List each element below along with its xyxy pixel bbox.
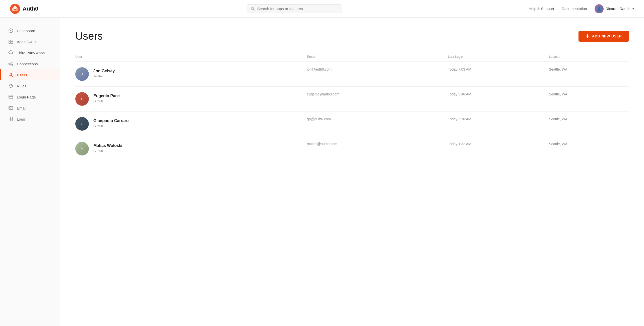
svg-rect-20 (11, 117, 13, 121)
col-last-login: Last Login (448, 52, 549, 62)
main-content: Users ADD NEW USER User Email Last Login… (60, 18, 644, 326)
sidebar-item-users[interactable]: Users (0, 69, 60, 80)
sidebar-label-login-page: Login Page (17, 95, 36, 99)
avatar: E (75, 92, 89, 106)
user-cell: J Jon Gelsey Twitter (75, 67, 307, 81)
avatar: G (75, 117, 89, 131)
avatar: M (75, 142, 89, 155)
add-user-label: ADD NEW USER (592, 34, 622, 38)
header-right: Help & Support Documentation 👤 Ricardo R… (529, 4, 634, 13)
sidebar-item-logs[interactable]: Logs (0, 114, 60, 125)
user-cell: M Matias Woloski Github (75, 142, 307, 155)
sidebar-label-logs: Logs (17, 117, 25, 121)
connections-icon (8, 61, 13, 66)
search-bar (60, 4, 529, 13)
table-row[interactable]: M Matias Woloski Github matias@auth0.com… (75, 136, 629, 161)
user-name: Ricardo Rauch (606, 7, 630, 11)
svg-rect-6 (9, 40, 11, 41)
col-location: Location (549, 52, 629, 62)
sidebar-label-users: Users (17, 73, 27, 77)
sidebar-item-login-page[interactable]: Login Page (0, 91, 60, 102)
sidebar-item-apps-apis[interactable]: Apps / APIs (0, 36, 60, 47)
apps-icon (8, 39, 13, 44)
user-info: Jon Gelsey Twitter (93, 67, 115, 78)
sidebar-label-connections: Connections (17, 62, 38, 66)
sidebar-item-email[interactable]: Email (0, 102, 60, 114)
dashboard-icon (8, 28, 13, 33)
sidebar-label-apps-apis: Apps / APIs (17, 40, 36, 44)
users-table: User Email Last Login Location J Jon Gel… (75, 52, 629, 161)
sidebar-item-dashboard[interactable]: Dashboard (0, 25, 60, 36)
sidebar-item-third-party-apps[interactable]: Third Party Apps (0, 47, 60, 58)
table-row[interactable]: E Eugenio Pace Github eugenio@auth0.com … (75, 87, 629, 112)
svg-line-13 (10, 63, 12, 64)
user-email: jon@auth0.com (307, 62, 448, 87)
rules-icon (8, 83, 13, 88)
user-info: Matias Woloski Github (93, 142, 122, 153)
sidebar-label-dashboard: Dashboard (17, 29, 35, 33)
user-location: Seattle, WA (549, 136, 629, 161)
user-info: Eugenio Pace Github (93, 92, 120, 103)
sidebar-label-rules: Rules (17, 84, 26, 88)
header: Auth0 Help & Support Documentation 👤 Ric… (0, 0, 644, 18)
svg-point-11 (12, 62, 13, 63)
avatar: J (75, 67, 89, 81)
svg-rect-9 (11, 42, 13, 43)
page-title: Users (75, 30, 103, 42)
auth0-logo-icon (10, 4, 20, 14)
svg-point-15 (10, 73, 12, 75)
email-icon (8, 105, 13, 111)
svg-rect-16 (9, 95, 13, 99)
svg-rect-18 (9, 106, 13, 110)
app-name: Auth0 (23, 6, 38, 12)
table-row[interactable]: J Jon Gelsey Twitter jon@auth0.com Today… (75, 62, 629, 87)
avatar: 👤 (595, 4, 604, 13)
user-email: gp@auth0.com (307, 112, 448, 136)
user-provider: Twitter (93, 74, 115, 78)
user-name: Gianpaolo Carraro (93, 119, 128, 123)
user-provider: Github (93, 149, 122, 153)
user-provider: Github (93, 124, 128, 128)
table-row[interactable]: G Gianpaolo Carraro Github gp@auth0.com … (75, 112, 629, 136)
add-user-button[interactable]: ADD NEW USER (578, 31, 629, 42)
user-last-login: Today 7:03 AM (448, 62, 549, 87)
svg-rect-19 (9, 117, 11, 121)
sidebar-item-connections[interactable]: Connections (0, 58, 60, 69)
svg-point-12 (12, 65, 13, 66)
col-user: User (75, 52, 307, 62)
user-location: Seattle, WA (549, 87, 629, 112)
sidebar-item-rules[interactable]: Rules (0, 80, 60, 91)
user-email: eugenio@auth0.com (307, 87, 448, 112)
svg-line-5 (11, 30, 12, 31)
user-name: Matias Woloski (93, 143, 122, 148)
sidebar: Dashboard Apps / APIs Third Party Apps (0, 18, 60, 326)
help-support-link[interactable]: Help & Support (529, 7, 554, 11)
user-last-login: Today 5:48 AM (448, 87, 549, 112)
cloud-icon (8, 50, 13, 55)
page-header: Users ADD NEW USER (75, 30, 629, 42)
user-location: Seattle, WA (549, 62, 629, 87)
user-info: Gianpaolo Carraro Github (93, 117, 128, 128)
sidebar-label-third-party-apps: Third Party Apps (17, 51, 45, 55)
chevron-down-icon: ▾ (632, 7, 634, 11)
user-name: Eugenio Pace (93, 94, 120, 98)
svg-line-14 (10, 64, 12, 65)
plus-icon (586, 34, 590, 38)
sidebar-label-email: Email (17, 106, 26, 110)
search-input-wrap[interactable] (247, 4, 342, 13)
logs-icon (8, 117, 13, 122)
svg-line-2 (253, 9, 254, 10)
user-cell: G Gianpaolo Carraro Github (75, 117, 307, 131)
documentation-link[interactable]: Documentation (562, 7, 587, 11)
user-email: matias@auth0.com (307, 136, 448, 161)
svg-point-10 (9, 63, 10, 65)
layout: Dashboard Apps / APIs Third Party Apps (0, 18, 644, 326)
search-input[interactable] (257, 7, 338, 11)
user-cell: E Eugenio Pace Github (75, 92, 307, 106)
user-menu[interactable]: 👤 Ricardo Rauch ▾ (595, 4, 634, 13)
svg-rect-7 (11, 40, 13, 41)
col-email: Email (307, 52, 448, 62)
search-icon (251, 7, 255, 11)
users-icon (8, 72, 13, 77)
logo-area: Auth0 (10, 4, 60, 14)
